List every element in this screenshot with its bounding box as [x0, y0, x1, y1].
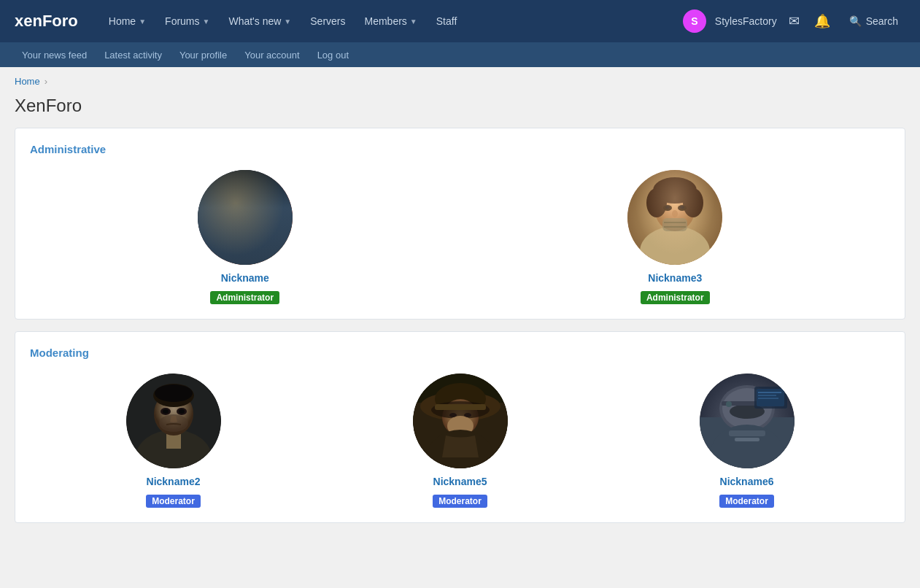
- svg-point-9: [627, 170, 722, 265]
- sub-navigation: Your news feed Latest activity Your prof…: [0, 42, 920, 67]
- avatar-nickname6: [700, 374, 795, 468]
- staff-member-nickname[interactable]: Nickname Administrator: [198, 170, 293, 304]
- staff-name-nickname: Nickname: [221, 272, 269, 284]
- breadcrumb-home[interactable]: Home: [15, 76, 40, 87]
- svg-point-19: [680, 206, 684, 209]
- nav-links: Home ▼ Forums ▼ What's new ▼ Servers Mem…: [100, 0, 683, 42]
- admin-grid: Nickname Administrator: [30, 170, 890, 304]
- staff-role-nickname6: Moderator: [719, 495, 774, 508]
- svg-rect-8: [236, 237, 255, 239]
- svg-rect-63: [729, 430, 765, 436]
- staff-name-nickname5: Nickname5: [433, 476, 487, 487]
- svg-point-10: [627, 170, 722, 265]
- svg-point-4: [232, 205, 258, 215]
- svg-point-0: [198, 170, 293, 265]
- svg-rect-7: [231, 232, 260, 236]
- svg-rect-64: [735, 438, 759, 441]
- svg-point-11: [640, 226, 710, 265]
- breadcrumb: Home ›: [0, 67, 920, 96]
- moderating-title: Moderating: [30, 347, 890, 359]
- staff-name-nickname3: Nickname3: [648, 272, 702, 284]
- avatar-nickname5: [413, 374, 508, 468]
- staff-name-nickname6: Nickname6: [720, 476, 774, 487]
- svg-rect-21: [662, 218, 687, 231]
- staff-role-nickname: Administrator: [210, 291, 279, 304]
- svg-rect-58: [757, 389, 784, 406]
- nav-whats-new[interactable]: What's new ▼: [220, 0, 300, 42]
- staff-member-nickname6[interactable]: Nickname6 Moderator: [700, 374, 795, 508]
- chevron-down-icon: ▼: [410, 18, 417, 26]
- svg-point-45: [464, 413, 471, 417]
- user-avatar[interactable]: S: [683, 9, 706, 33]
- svg-rect-5: [225, 198, 265, 204]
- search-icon: 🔍: [849, 15, 862, 27]
- sub-nav-your-account[interactable]: Your account: [237, 42, 306, 67]
- staff-role-nickname2: Moderator: [146, 495, 201, 508]
- avatar-nickname2: [126, 374, 221, 468]
- svg-point-44: [449, 413, 457, 417]
- svg-point-6: [225, 185, 266, 206]
- sub-nav-your-profile[interactable]: Your profile: [172, 42, 234, 67]
- staff-member-nickname5[interactable]: Nickname5 Moderator: [413, 374, 508, 508]
- page-title: XenForo: [0, 96, 920, 128]
- site-logo[interactable]: xenForo: [15, 12, 78, 31]
- breadcrumb-separator: ›: [45, 76, 47, 87]
- mod-grid: Nickname2 Moderator: [30, 374, 890, 508]
- svg-point-1: [205, 217, 285, 265]
- staff-role-nickname5: Moderator: [433, 495, 487, 508]
- sub-nav-news-feed[interactable]: Your news feed: [15, 42, 94, 67]
- search-button[interactable]: 🔍 Search: [842, 11, 905, 31]
- chevron-down-icon: ▼: [139, 18, 146, 26]
- administrative-title: Administrative: [30, 143, 890, 155]
- username-display[interactable]: StylesFactory: [715, 15, 777, 27]
- svg-point-3: [229, 203, 261, 217]
- svg-point-13: [653, 177, 697, 204]
- staff-role-nickname3: Administrator: [641, 291, 710, 304]
- svg-point-16: [663, 205, 672, 211]
- avatar-nickname: [198, 170, 293, 265]
- staff-name-nickname2: Nickname2: [147, 476, 201, 487]
- svg-rect-46: [435, 404, 486, 410]
- nav-home[interactable]: Home ▼: [100, 0, 155, 42]
- nav-right: S StylesFactory ✉ 🔔 🔍 Search: [683, 9, 905, 33]
- svg-point-18: [665, 206, 670, 209]
- svg-point-34: [179, 409, 185, 414]
- sub-nav-log-out[interactable]: Log out: [310, 42, 356, 67]
- nav-members[interactable]: Members ▼: [356, 0, 426, 42]
- svg-point-15: [683, 188, 703, 217]
- svg-point-20: [672, 210, 678, 217]
- administrative-section: Administrative: [15, 128, 905, 320]
- svg-point-17: [678, 205, 687, 211]
- nav-servers[interactable]: Servers: [301, 0, 354, 42]
- staff-member-nickname2[interactable]: Nickname2 Moderator: [126, 374, 221, 508]
- nav-staff[interactable]: Staff: [428, 0, 466, 42]
- messages-icon[interactable]: ✉: [786, 10, 803, 32]
- svg-point-12: [654, 185, 695, 231]
- notifications-icon[interactable]: 🔔: [811, 10, 833, 32]
- svg-point-2: [223, 183, 267, 233]
- staff-member-nickname3[interactable]: Nickname3 Administrator: [627, 170, 722, 304]
- svg-point-33: [163, 409, 169, 414]
- sub-nav-latest-activity[interactable]: Latest activity: [97, 42, 169, 67]
- moderating-section: Moderating: [15, 331, 905, 523]
- avatar-nickname3: [627, 170, 722, 265]
- main-content: Administrative: [0, 128, 920, 549]
- nav-forums[interactable]: Forums ▼: [156, 0, 218, 42]
- svg-point-30: [155, 384, 193, 402]
- chevron-down-icon: ▼: [203, 18, 210, 26]
- top-navigation: xenForo Home ▼ Forums ▼ What's new ▼ Ser…: [0, 0, 920, 42]
- chevron-down-icon: ▼: [284, 18, 291, 26]
- svg-point-55: [726, 401, 732, 407]
- svg-point-14: [646, 188, 667, 217]
